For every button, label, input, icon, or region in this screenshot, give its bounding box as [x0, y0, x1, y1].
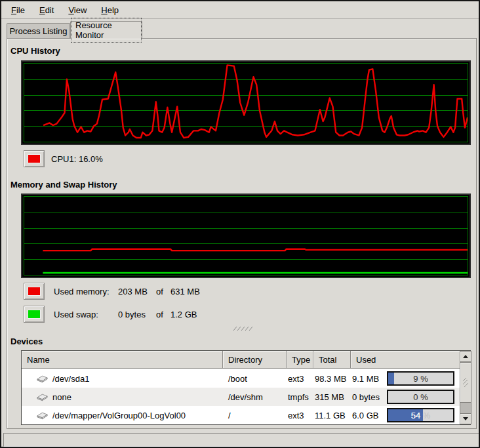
device-name: /dev/sda1: [52, 374, 89, 384]
column-header-type[interactable]: Type: [287, 351, 313, 369]
device-directory: /dev/shm: [223, 388, 287, 406]
memory-legend-label: Used memory:: [54, 283, 110, 300]
usage-progress-bar: 9 % 9 %: [387, 371, 454, 386]
menu-item-file[interactable]: File: [4, 3, 32, 18]
tab-label: Resource Monitor: [71, 18, 142, 43]
scrollbar-trough[interactable]: [460, 403, 471, 413]
swap-legend-label: Used swap:: [54, 306, 98, 323]
memory-total-value: 631 MB: [170, 283, 200, 300]
up-arrow-icon: [463, 355, 468, 358]
swap-color-swatch: [28, 310, 41, 319]
disk-icon: [36, 411, 49, 420]
tab-label: Process Listing: [9, 26, 67, 36]
device-total: 98.3 MB: [313, 369, 351, 388]
device-type: ext3: [287, 406, 313, 424]
swap-color-swatch-button[interactable]: [24, 306, 45, 323]
column-header-directory[interactable]: Directory: [223, 351, 287, 369]
scrollbar-thumb[interactable]: [460, 362, 471, 403]
scroll-down-button[interactable]: [460, 413, 471, 424]
progress-label: 0 %: [388, 391, 453, 403]
disk-icon: [36, 374, 49, 383]
menu-item-help[interactable]: Help: [94, 3, 126, 18]
cpu-history-title: CPU History: [10, 46, 60, 56]
cpu-legend-label: CPU1: 16.0%: [51, 150, 103, 167]
device-row[interactable]: none /dev/shm tmpfs 315 MB 0 bytes 0 % 0…: [22, 388, 460, 406]
cpu-usage-line-chart: [24, 64, 468, 142]
device-used: 9.1 MB: [352, 374, 387, 384]
device-name: /dev/mapper/VolGroup00-LogVol00: [52, 411, 186, 420]
column-header-name[interactable]: Name: [22, 351, 223, 369]
thumb-grip-icon: [462, 377, 469, 388]
device-used: 0 bytes: [352, 392, 387, 402]
down-arrow-icon: [463, 417, 468, 420]
memory-color-swatch: [28, 287, 41, 296]
cpu-color-swatch-button[interactable]: [24, 150, 45, 167]
tab-process-listing[interactable]: Process Listing: [7, 23, 70, 39]
memory-swap-line-chart: [24, 197, 468, 275]
swap-total-value: 1.2 GB: [170, 306, 197, 323]
column-header-total[interactable]: Total: [313, 351, 351, 369]
device-row[interactable]: /dev/sda1 /boot ext3 98.3 MB 9.1 MB 9 % …: [22, 369, 460, 388]
memory-swap-history-graph: [21, 193, 471, 278]
system-monitor-window: File Edit View Help Process Listing Reso…: [0, 0, 480, 448]
tab-resource-monitor[interactable]: Resource Monitor: [70, 21, 142, 39]
cpu-plot-area: [24, 63, 468, 142]
menu-item-edit[interactable]: Edit: [32, 3, 61, 18]
usage-progress-bar: 54 % 54 %: [387, 408, 454, 422]
device-name: none: [52, 392, 71, 402]
memory-of-text: of: [156, 283, 163, 300]
scroll-up-button[interactable]: [460, 351, 471, 362]
grip-hatch-icon: [232, 325, 254, 332]
devices-title: Devices: [10, 336, 43, 346]
column-header-used[interactable]: Used: [351, 351, 460, 369]
memory-used-value: 203 MB: [118, 283, 148, 300]
cpu-history-graph: [21, 60, 471, 145]
device-total: 315 MB: [313, 388, 351, 406]
device-directory: /boot: [223, 369, 287, 388]
usage-progress-bar: 0 % 0 %: [387, 390, 454, 404]
memory-color-swatch-button[interactable]: [24, 283, 45, 300]
device-type: ext3: [287, 369, 313, 388]
swap-legend-row: Used swap: 0 bytes of 1.2 GB: [51, 306, 274, 323]
devices-table: Name Directory Type Total Used /dev/sda1…: [21, 350, 471, 425]
memory-legend-row: Used memory: 203 MB of 631 MB: [51, 283, 274, 300]
device-total: 11.1 GB: [313, 406, 351, 424]
cpu-color-swatch: [28, 154, 41, 163]
progress-label: 9 %: [388, 373, 453, 384]
device-directory: /: [223, 406, 287, 424]
swap-used-value: 0 bytes: [118, 306, 146, 323]
swap-of-text: of: [156, 306, 163, 323]
vertical-scrollbar[interactable]: [460, 351, 471, 424]
disk-icon: [36, 392, 49, 401]
memory-swap-history-title: Memory and Swap History: [10, 180, 117, 190]
device-type: tmpfs: [287, 388, 313, 406]
pane-resize-grip[interactable]: [232, 324, 254, 331]
menu-item-view[interactable]: View: [61, 3, 94, 18]
device-used: 6.0 GB: [352, 411, 387, 420]
menu-bar: File Edit View Help: [1, 1, 479, 19]
memory-plot-area: [24, 196, 468, 275]
device-row[interactable]: /dev/mapper/VolGroup00-LogVol00 / ext3 1…: [22, 406, 460, 424]
status-bar: [3, 433, 479, 447]
